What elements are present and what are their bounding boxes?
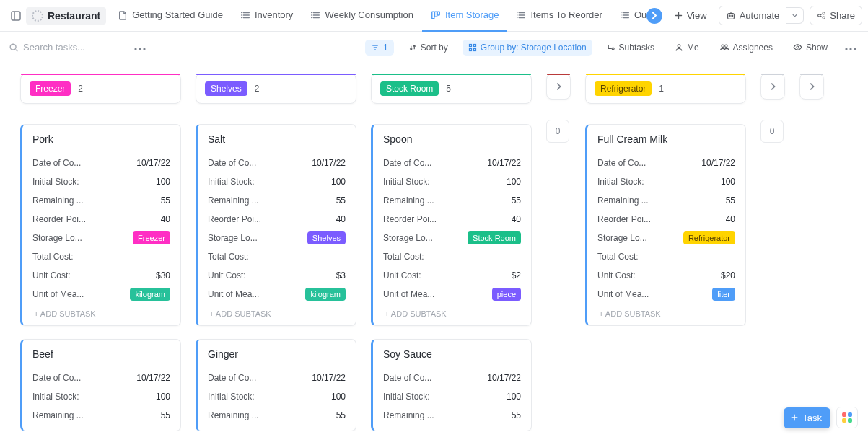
tab-icon xyxy=(620,10,630,20)
show-button[interactable]: Show xyxy=(787,40,833,56)
tab-scroll-right[interactable] xyxy=(646,8,662,24)
board-scroll-right[interactable] xyxy=(799,74,824,100)
collapsed-column[interactable]: 0 xyxy=(546,74,571,143)
collapsed-header[interactable] xyxy=(546,74,571,100)
field-value: Refrigerator xyxy=(683,233,735,243)
card-row: Remaining ...55 xyxy=(208,406,346,425)
card-row: Reorder Poi...40 xyxy=(597,210,735,229)
field-value: Freezer xyxy=(133,233,170,243)
column-header[interactable]: Shelves2 xyxy=(196,74,356,104)
people-icon xyxy=(719,43,729,52)
automate-caret[interactable] xyxy=(786,7,804,24)
automate-button[interactable]: Automate xyxy=(719,6,787,25)
board-column: Stock Room5SpoonDate of Co...10/17/22Ini… xyxy=(371,74,532,431)
card-title: Spoon xyxy=(383,133,521,145)
svg-point-53 xyxy=(678,44,680,47)
me-button[interactable]: Me xyxy=(669,40,705,56)
card-row: Remaining ...55 xyxy=(208,191,346,210)
field-value: 10/17/22 xyxy=(487,373,521,383)
task-card[interactable]: GingerDate of Co...10/17/22Initial Stock… xyxy=(196,339,356,431)
task-card[interactable]: PorkDate of Co...10/17/22Initial Stock:1… xyxy=(20,124,181,326)
add-view-button[interactable]: View xyxy=(668,6,713,25)
top-actions: View Automate Share xyxy=(665,6,862,25)
task-card[interactable]: SpoonDate of Co...10/17/22Initial Stock:… xyxy=(371,124,532,326)
field-value: – xyxy=(730,252,735,262)
new-task-button[interactable]: Task xyxy=(784,407,830,428)
field-label: Unit Cost: xyxy=(32,270,71,281)
apps-button[interactable] xyxy=(836,407,858,428)
loading-icon xyxy=(32,10,43,22)
tab-getting-started-guide[interactable]: Getting Started Guide xyxy=(109,0,232,32)
tab-items-to-reorder[interactable]: Items To Reorder xyxy=(507,0,610,32)
share-button[interactable]: Share xyxy=(810,6,862,25)
chip: liter xyxy=(712,288,735,301)
field-value: 100 xyxy=(156,392,170,402)
add-subtask-button[interactable]: + ADD SUBTASK xyxy=(383,304,521,319)
field-label: Remaining ... xyxy=(383,410,434,420)
add-subtask-button[interactable]: + ADD SUBTASK xyxy=(32,304,170,319)
tab-label: Getting Started Guide xyxy=(132,9,223,20)
card-list: SpoonDate of Co...10/17/22Initial Stock:… xyxy=(371,124,532,431)
group-by-pill[interactable]: Group by: Storage Location xyxy=(463,40,592,56)
tab-ou[interactable]: Ou xyxy=(611,0,646,32)
assignees-button[interactable]: Assignees xyxy=(714,40,779,56)
tab-item-storage[interactable]: Item Storage xyxy=(422,0,507,32)
sort-icon xyxy=(408,43,417,52)
field-value: kilogram xyxy=(130,289,170,299)
workspace-chip[interactable]: Restaurant xyxy=(26,7,106,25)
sidebar-toggle-icon[interactable] xyxy=(6,6,26,26)
column-header[interactable]: Refrigerator1 xyxy=(585,74,746,104)
task-card[interactable]: SaltDate of Co...10/17/22Initial Stock:1… xyxy=(196,124,356,326)
field-label: Unit of Mea... xyxy=(597,289,649,299)
chip: kilogram xyxy=(305,288,346,301)
collapsed-count: 0 xyxy=(760,120,784,143)
field-value: 40 xyxy=(161,214,170,224)
column-header[interactable]: Freezer2 xyxy=(20,74,181,104)
tab-weekly-consumption[interactable]: Weekly Consumption xyxy=(302,0,422,32)
task-card[interactable]: BeefDate of Co...10/17/22Initial Stock:1… xyxy=(20,339,181,431)
field-label: Total Cost: xyxy=(383,252,424,262)
tab-icon xyxy=(240,10,250,20)
field-value: Shelves xyxy=(307,233,346,243)
field-label: Storage Lo... xyxy=(32,233,82,243)
card-row: Remaining ...55 xyxy=(32,191,170,210)
add-subtask-button[interactable]: + ADD SUBTASK xyxy=(597,304,735,319)
group-icon xyxy=(468,43,477,52)
collapsed-column[interactable]: 0 xyxy=(760,74,785,143)
add-subtask-button[interactable]: + ADD SUBTASK xyxy=(208,304,346,319)
card-row: Unit of Mea...kilogram xyxy=(208,285,346,304)
filter-count-pill[interactable]: 1 xyxy=(365,40,394,56)
field-value: 55 xyxy=(512,410,521,420)
column-header[interactable]: Stock Room5 xyxy=(371,74,532,104)
column-count: 2 xyxy=(255,84,260,94)
sort-button[interactable]: Sort by xyxy=(403,40,454,56)
chip: piece xyxy=(492,288,521,301)
card-row: Storage Lo...Freezer xyxy=(32,229,170,247)
field-value: $20 xyxy=(721,270,735,281)
search-more-icon[interactable] xyxy=(131,39,149,56)
tab-inventory[interactable]: Inventory xyxy=(232,0,302,32)
card-row: Total Cost:– xyxy=(208,247,346,266)
column-tag: Refrigerator xyxy=(595,81,652,96)
new-task-label: Task xyxy=(802,412,822,423)
subtasks-label: Subtasks xyxy=(619,43,654,53)
field-label: Initial Stock: xyxy=(32,177,79,187)
filter-more-icon[interactable] xyxy=(842,39,859,56)
view-tabs: Getting Started GuideInventoryWeekly Con… xyxy=(109,0,646,32)
field-value: 10/17/22 xyxy=(136,373,170,383)
tab-label: Items To Reorder xyxy=(530,9,602,20)
field-label: Date of Co... xyxy=(208,373,256,383)
task-card[interactable]: Soy SauceDate of Co...10/17/22Initial St… xyxy=(371,339,532,431)
card-row: Initial Stock:100 xyxy=(597,172,735,191)
collapsed-header[interactable] xyxy=(760,74,785,100)
task-card[interactable]: Full Cream MilkDate of Co...10/17/22Init… xyxy=(585,124,746,326)
field-label: Unit of Mea... xyxy=(32,289,84,299)
field-value: 55 xyxy=(336,195,346,206)
field-label: Reorder Poi... xyxy=(597,214,651,224)
search-input[interactable] xyxy=(23,42,124,53)
eye-icon xyxy=(793,43,802,52)
subtasks-button[interactable]: Subtasks xyxy=(601,40,660,56)
svg-point-56 xyxy=(797,46,799,48)
field-label: Remaining ... xyxy=(208,410,259,420)
person-icon xyxy=(675,43,683,52)
